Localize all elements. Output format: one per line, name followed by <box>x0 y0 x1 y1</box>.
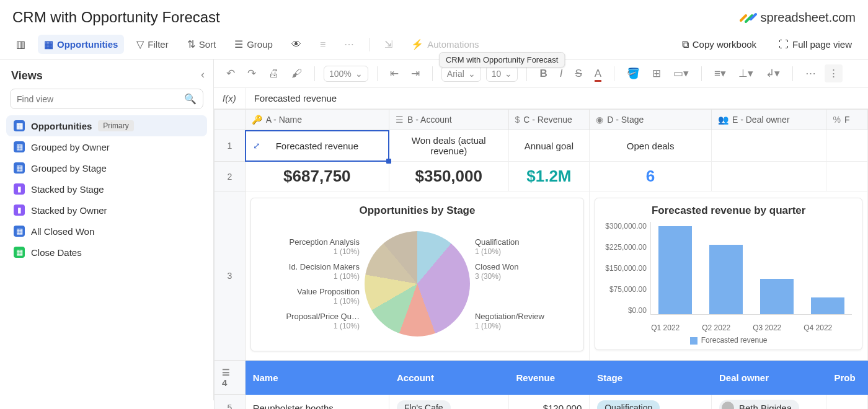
data-hdr-account[interactable]: Account <box>389 361 508 395</box>
chevron-down-icon: ⌄ <box>355 69 363 79</box>
data-hdr-stage[interactable]: Stage <box>590 361 712 395</box>
avatar <box>722 402 734 409</box>
view-grouped-by-stage[interactable]: ▦ Grouped by Stage <box>6 157 207 178</box>
borders-icon[interactable]: ⊞ <box>649 64 665 82</box>
brand-logo[interactable]: spreadsheet.com <box>740 11 856 25</box>
fill-handle[interactable] <box>386 159 391 164</box>
cell-d1[interactable]: Open deals <box>590 130 712 162</box>
fill-color-icon[interactable]: 🪣 <box>623 64 644 82</box>
cell-e2[interactable] <box>711 162 826 191</box>
more-icon[interactable]: ⋯ <box>338 35 360 54</box>
print-icon[interactable]: 🖨 <box>265 65 283 82</box>
col-header-f[interactable]: %F <box>826 110 868 130</box>
cell-b2[interactable]: $350,000 <box>389 162 508 191</box>
data-hdr-revenue[interactable]: Revenue <box>508 361 590 395</box>
pie-graphic <box>365 231 470 336</box>
more-format-icon[interactable]: ⋯ <box>802 64 820 82</box>
spreadsheet-grid[interactable]: 🔑A - Name ☰B - Account $C - Revenue ◉D -… <box>214 109 868 409</box>
merge-cells-icon[interactable]: ▭▾ <box>670 64 693 82</box>
italic-icon[interactable]: I <box>556 65 567 82</box>
data-hdr-prob[interactable]: Prob <box>826 361 868 395</box>
fullpage-button[interactable]: ⛶Full page view <box>773 35 858 54</box>
cell-chart-pie[interactable]: Opportunities by Stage Perception Analys… <box>245 191 590 361</box>
strikethrough-icon[interactable]: S <box>571 65 585 82</box>
cell-b1[interactable]: Won deals (actual revenue) <box>389 130 508 162</box>
copy-workbook-button[interactable]: ⧉Copy workbook <box>676 35 763 54</box>
formula-input[interactable]: Forecasted revenue <box>246 88 345 108</box>
cell-a1[interactable]: Forecasted revenue <box>245 130 389 162</box>
wrap-icon[interactable]: ↲▾ <box>762 64 784 82</box>
cell-account[interactable]: Flo's Cafe <box>389 395 508 410</box>
dedent-icon[interactable]: ⇤ <box>386 64 402 82</box>
redo-icon[interactable]: ↷ <box>244 64 260 82</box>
views-sidebar: ‹ Views 🔍 ▦ Opportunities Primary ▦ Grou… <box>0 59 214 400</box>
currency-icon: $ <box>515 115 520 125</box>
view-grouped-by-owner[interactable]: ▦ Grouped by Owner <box>6 136 207 157</box>
cell-chart-bar[interactable]: Forecasted revenue by quarter $300,000.0… <box>590 191 868 361</box>
align-v-icon[interactable]: ⊥▾ <box>735 64 757 82</box>
kanban-view-icon: ▮ <box>14 205 25 216</box>
cell-stage[interactable]: Qualification <box>590 395 712 410</box>
view-label: Stacked by Owner <box>31 205 107 216</box>
cell-d2[interactable]: 6 <box>590 162 712 191</box>
text-color-icon[interactable]: A <box>591 65 605 82</box>
data-hdr-owner[interactable]: Deal owner <box>711 361 826 395</box>
cell-e1[interactable] <box>711 130 826 162</box>
bar-x-axis: Q1 2022 Q2 2022 Q3 2022 Q4 2022 <box>605 323 852 332</box>
calendar-view-icon: ▦ <box>14 247 25 258</box>
group-button[interactable]: ☰Group <box>228 35 279 54</box>
chevron-down-icon: ⌄ <box>468 69 476 79</box>
row-height-icon[interactable]: ≡ <box>314 35 332 54</box>
select-all-corner[interactable] <box>215 110 246 130</box>
cell-a2[interactable]: $687,750 <box>245 162 389 191</box>
col-header-a[interactable]: 🔑A - Name <box>245 110 389 130</box>
format-painter-icon[interactable]: 🖌 <box>288 65 306 82</box>
filter-button[interactable]: ▽Filter <box>130 35 174 54</box>
col-header-c[interactable]: $C - Revenue <box>508 110 590 130</box>
view-all-closed-won[interactable]: ▦ All Closed Won <box>6 221 207 242</box>
data-hdr-name[interactable]: Name <box>245 361 389 395</box>
cell-c2[interactable]: $1.2M <box>508 162 590 191</box>
row-header-5[interactable]: 5 <box>215 395 246 410</box>
share-view-icon[interactable]: ⇲ <box>378 35 399 54</box>
automations-button[interactable]: ⚡Automations <box>405 35 485 54</box>
cell-c1[interactable]: Annual goal <box>508 130 590 162</box>
undo-icon[interactable]: ↶ <box>223 64 239 82</box>
hide-fields-icon[interactable]: 👁 <box>285 35 308 54</box>
cell-owner[interactable]: Beth Bigidea <box>711 395 826 410</box>
bar-y-axis: $300,000.00 $225,000.00 $150,000.00 $75,… <box>605 222 650 315</box>
pie-left-labels: Perception Analysis1 (10%) Id. Decision … <box>275 237 365 330</box>
cell-f1[interactable] <box>826 130 868 162</box>
bold-icon[interactable]: B <box>536 65 551 82</box>
row-header-2[interactable]: 2 <box>215 162 246 191</box>
col-header-b[interactable]: ☰B - Account <box>389 110 508 130</box>
cell-prob[interactable] <box>826 395 868 410</box>
sheet-tab-opportunities[interactable]: ▦Opportunities <box>38 35 124 54</box>
align-h-icon[interactable]: ≡▾ <box>711 64 730 82</box>
pie-right-labels: Qualification1 (10%) Closed Won3 (30%) N… <box>470 237 560 330</box>
col-header-d[interactable]: ◉D - Stage <box>590 110 712 130</box>
find-view-search[interactable]: 🔍 <box>10 89 203 109</box>
view-stacked-by-owner[interactable]: ▮ Stacked by Owner <box>6 200 207 221</box>
row-header-4[interactable]: ☰ 4 <box>215 361 246 395</box>
sort-button[interactable]: ⇅Sort <box>181 35 223 54</box>
col-header-e[interactable]: 👥E - Deal owner <box>711 110 826 130</box>
find-view-input[interactable] <box>17 94 184 104</box>
cell-revenue[interactable]: $120,000 <box>508 395 590 410</box>
collapse-sidebar-icon[interactable]: ‹ <box>201 68 205 81</box>
row-header-1[interactable]: 1⤢ <box>215 130 246 162</box>
views-toggle-icon[interactable]: ▥ <box>10 35 32 54</box>
cell-f2[interactable] <box>826 162 868 191</box>
font-select[interactable]: Arial ⌄ <box>441 66 481 82</box>
zoom-select[interactable]: 100% ⌄ <box>324 66 368 82</box>
view-stacked-by-stage[interactable]: ▮ Stacked by Stage <box>6 178 207 200</box>
view-close-dates[interactable]: ▦ Close Dates <box>6 242 207 263</box>
indent-icon[interactable]: ⇥ <box>407 64 423 82</box>
row-header-3[interactable]: 3 <box>215 191 246 361</box>
font-size-select[interactable]: 10 ⌄ <box>486 66 518 82</box>
view-opportunities[interactable]: ▦ Opportunities Primary <box>6 115 207 136</box>
bar-chart: Forecasted revenue by quarter $300,000.0… <box>595 198 862 350</box>
formatting-toolbar: ↶ ↷ 🖨 🖌 100% ⌄ ⇤ ⇥ Arial ⌄ 10 ⌄ CRM with… <box>214 59 868 88</box>
cell-name[interactable]: Reupholster booths <box>245 395 389 410</box>
menu-icon[interactable]: ⋮ <box>825 64 843 82</box>
